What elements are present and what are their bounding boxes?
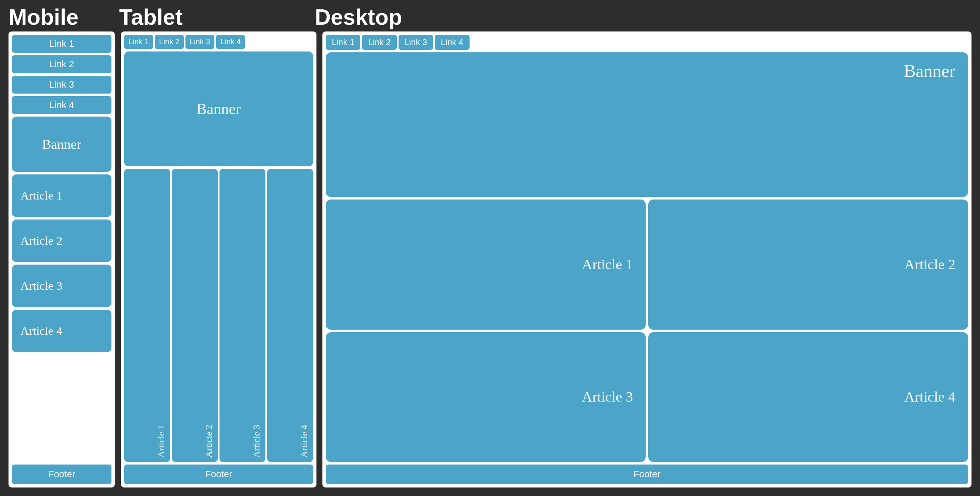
desktop-nav-link-3[interactable]: Link 3 <box>399 35 433 50</box>
desktop-nav-link-2[interactable]: Link 2 <box>362 35 396 50</box>
tablet-nav-link-1[interactable]: Link 1 <box>124 35 153 49</box>
desktop-article-2: Article 2 <box>648 200 968 330</box>
mobile-column: Link 1 Link 2 Link 3 Link 4 Banner Artic… <box>9 31 115 487</box>
tablet-column: Link 1 Link 2 Link 3 Link 4 Banner Artic… <box>121 31 316 487</box>
mobile-nav-link-3[interactable]: Link 3 <box>12 76 111 94</box>
desktop-nav-link-1[interactable]: Link 1 <box>326 35 360 50</box>
tablet-article-4: Article 4 <box>267 169 313 462</box>
desktop-banner: Banner <box>326 52 968 197</box>
mobile-article-3: Article 3 <box>12 265 111 307</box>
mobile-article-2: Article 2 <box>12 219 111 262</box>
mobile-heading: Mobile <box>9 4 119 30</box>
desktop-article-1: Article 1 <box>326 200 646 330</box>
desktop-column: Link 1 Link 2 Link 3 Link 4 Banner Artic… <box>322 31 971 487</box>
tablet-articles-row: Article 1 Article 2 Article 3 Article 4 <box>124 169 313 462</box>
tablet-article-3: Article 3 <box>219 169 265 462</box>
mobile-article-1: Article 1 <box>12 174 111 217</box>
tablet-article-2: Article 2 <box>172 169 218 462</box>
desktop-article-3: Article 3 <box>326 332 646 462</box>
desktop-articles-grid: Article 1 Article 2 Article 3 Article 4 <box>326 200 968 462</box>
mobile-article-4: Article 4 <box>12 310 111 352</box>
desktop-heading: Desktop <box>315 4 971 30</box>
mobile-banner: Banner <box>12 117 111 172</box>
tablet-nav-link-4[interactable]: Link 4 <box>216 35 245 49</box>
desktop-nav-row: Link 1 Link 2 Link 3 Link 4 <box>326 35 968 50</box>
desktop-article-4: Article 4 <box>648 332 968 462</box>
tablet-banner: Banner <box>124 51 313 166</box>
tablet-nav-link-2[interactable]: Link 2 <box>155 35 184 49</box>
mobile-nav-link-4[interactable]: Link 4 <box>12 96 111 114</box>
desktop-nav-link-4[interactable]: Link 4 <box>435 35 469 50</box>
tablet-article-1: Article 1 <box>124 169 170 462</box>
tablet-nav-row: Link 1 Link 2 Link 3 Link 4 <box>124 35 313 49</box>
desktop-footer: Footer <box>326 465 968 484</box>
tablet-heading: Tablet <box>119 4 315 30</box>
tablet-nav-link-3[interactable]: Link 3 <box>185 35 214 49</box>
tablet-footer: Footer <box>124 465 313 484</box>
mobile-nav-link-2[interactable]: Link 2 <box>12 55 111 73</box>
mobile-nav-link-1[interactable]: Link 1 <box>12 35 111 53</box>
mobile-footer: Footer <box>12 465 111 484</box>
